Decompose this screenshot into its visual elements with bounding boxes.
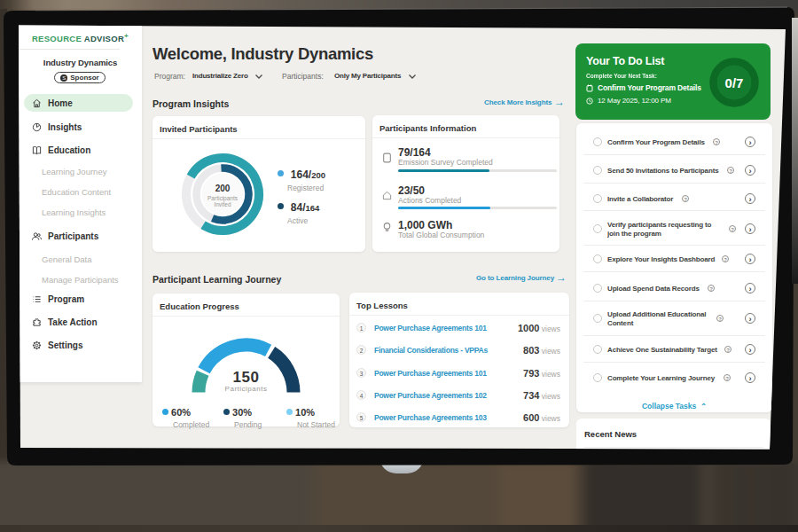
svg-text:0/7: 0/7 (725, 75, 744, 90)
